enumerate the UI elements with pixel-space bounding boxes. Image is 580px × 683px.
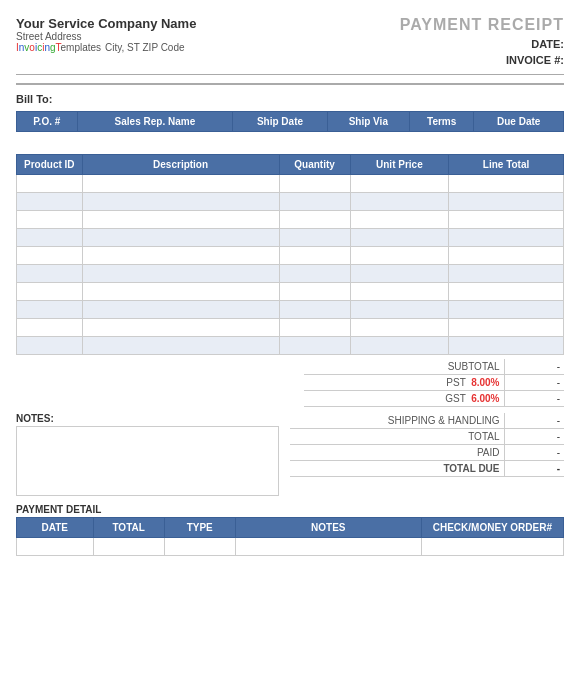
pd-type-cell — [164, 538, 235, 556]
company-cityline: City, ST ZIP Code — [105, 42, 184, 53]
desc-cell — [82, 337, 279, 355]
shipping-value: - — [504, 413, 564, 429]
product-row — [17, 211, 564, 229]
desc-cell — [82, 265, 279, 283]
shipping-label: SHIPPING & HANDLING — [290, 413, 504, 429]
product-table-header-row: Product ID Description Quantity Unit Pri… — [17, 155, 564, 175]
product-row — [17, 247, 564, 265]
qty-cell — [279, 283, 350, 301]
col-sales-rep: Sales Rep. Name — [77, 112, 233, 132]
pd-col-notes: NOTES — [235, 518, 421, 538]
desc-cell — [82, 175, 279, 193]
qty-cell — [279, 193, 350, 211]
logo-line: InvoicingTemplates City, ST ZIP Code — [16, 42, 196, 53]
col-product-id: Product ID — [17, 155, 83, 175]
due-date-value — [474, 132, 564, 133]
product-id-cell — [17, 301, 83, 319]
subtotal-label: SUBTOTAL — [304, 359, 504, 375]
pst-row: PST 8.00% - — [304, 375, 564, 391]
col-ship-date: Ship Date — [233, 112, 327, 132]
unit-price-cell — [350, 337, 448, 355]
line-total-cell — [449, 193, 564, 211]
info-table-row — [17, 132, 564, 133]
product-row — [17, 319, 564, 337]
col-quantity: Quantity — [279, 155, 350, 175]
product-row — [17, 229, 564, 247]
date-label: DATE: — [531, 38, 564, 50]
invoice-line: INVOICE #: — [400, 54, 564, 66]
product-row — [17, 193, 564, 211]
product-id-cell — [17, 193, 83, 211]
product-id-cell — [17, 283, 83, 301]
info-table-header-row: P.O. # Sales Rep. Name Ship Date Ship Vi… — [17, 112, 564, 132]
col-po: P.O. # — [17, 112, 78, 132]
pst-value: - — [504, 375, 564, 391]
product-row — [17, 337, 564, 355]
total-label: TOTAL — [290, 429, 504, 445]
line-total-cell — [449, 319, 564, 337]
product-row — [17, 265, 564, 283]
notes-box[interactable] — [16, 426, 279, 496]
terms-value — [409, 132, 473, 133]
pd-col-total: TOTAL — [93, 518, 164, 538]
col-ship-via: Ship Via — [327, 112, 409, 132]
desc-cell — [82, 211, 279, 229]
desc-cell — [82, 283, 279, 301]
info-table: P.O. # Sales Rep. Name Ship Date Ship Vi… — [16, 111, 564, 132]
pst-label: PST 8.00% — [304, 375, 504, 391]
qty-cell — [279, 175, 350, 193]
line-total-cell — [449, 337, 564, 355]
unit-price-cell — [350, 319, 448, 337]
subtotal-section: SUBTOTAL - PST 8.00% - GST 6.00% - — [16, 359, 564, 407]
desc-cell — [82, 247, 279, 265]
product-id-cell — [17, 211, 83, 229]
total-due-value: - — [504, 461, 564, 477]
product-table: Product ID Description Quantity Unit Pri… — [16, 154, 564, 355]
line-total-cell — [449, 175, 564, 193]
bill-to-label: Bill To: — [16, 93, 564, 105]
pst-rate: 8.00% — [471, 377, 499, 388]
desc-cell — [82, 319, 279, 337]
desc-cell — [82, 229, 279, 247]
col-line-total: Line Total — [449, 155, 564, 175]
pd-check-cell — [421, 538, 563, 556]
paid-label: PAID — [290, 445, 504, 461]
product-id-cell — [17, 247, 83, 265]
qty-cell — [279, 229, 350, 247]
payment-detail-section: PAYMENT DETAIL DATE TOTAL TYPE NOTES CHE… — [16, 504, 564, 556]
sales-rep-value — [77, 132, 233, 133]
line-total-cell — [449, 247, 564, 265]
paid-value: - — [504, 445, 564, 461]
unit-price-cell — [350, 247, 448, 265]
qty-cell — [279, 211, 350, 229]
product-id-cell — [17, 337, 83, 355]
desc-cell — [82, 193, 279, 211]
payment-detail-header-row: DATE TOTAL TYPE NOTES CHECK/MONEY ORDER# — [17, 518, 564, 538]
notes-section: NOTES: — [16, 413, 279, 496]
invoice-label: INVOICE #: — [506, 54, 564, 66]
col-terms: Terms — [409, 112, 473, 132]
qty-cell — [279, 265, 350, 283]
header: Your Service Company Name Street Address… — [16, 16, 564, 66]
line-total-cell — [449, 283, 564, 301]
total-value: - — [504, 429, 564, 445]
bottom-section: NOTES: SHIPPING & HANDLING - TOTAL - PAI… — [16, 413, 564, 496]
ship-via-value — [327, 132, 409, 133]
payment-receipt-title: PAYMENT RECEIPT — [400, 16, 564, 34]
line-total-cell — [449, 211, 564, 229]
subtotal-table: SUBTOTAL - PST 8.00% - GST 6.00% - — [304, 359, 564, 407]
total-row: TOTAL - — [290, 429, 564, 445]
date-line: DATE: — [400, 38, 564, 50]
line-total-cell — [449, 265, 564, 283]
right-totals: SHIPPING & HANDLING - TOTAL - PAID - TOT… — [290, 413, 564, 477]
product-id-cell — [17, 175, 83, 193]
po-value — [17, 132, 78, 133]
paid-row: PAID - — [290, 445, 564, 461]
total-due-label: TOTAL DUE — [290, 461, 504, 477]
line-total-cell — [449, 229, 564, 247]
product-row — [17, 175, 564, 193]
unit-price-cell — [350, 229, 448, 247]
pd-notes-cell — [235, 538, 421, 556]
qty-cell — [279, 247, 350, 265]
header-divider — [16, 74, 564, 75]
